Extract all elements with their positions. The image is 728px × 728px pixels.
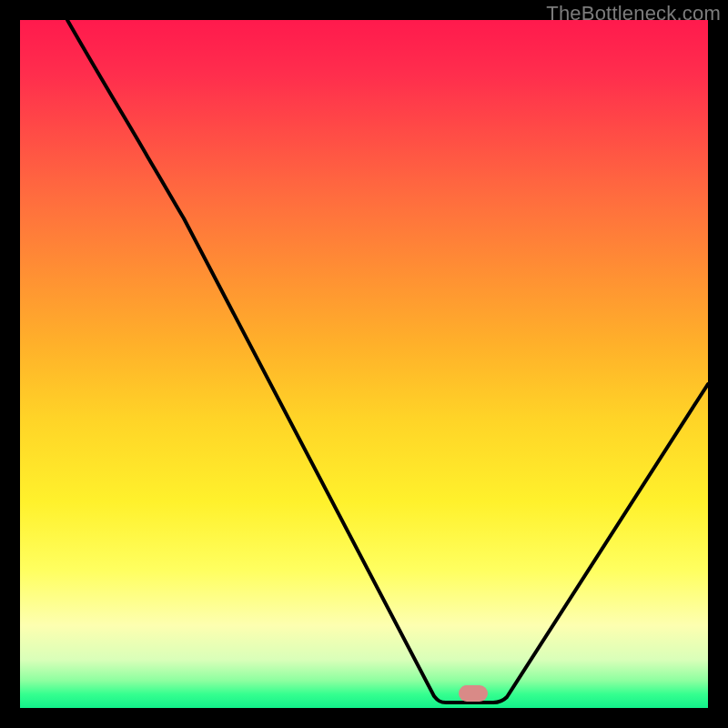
bottleneck-curve [20,20,708,708]
plot-area [20,20,708,708]
chart-frame: TheBottleneck.com [0,0,728,728]
optimal-marker [459,685,488,702]
watermark-text: TheBottleneck.com [546,2,721,25]
curve-path [67,20,708,703]
